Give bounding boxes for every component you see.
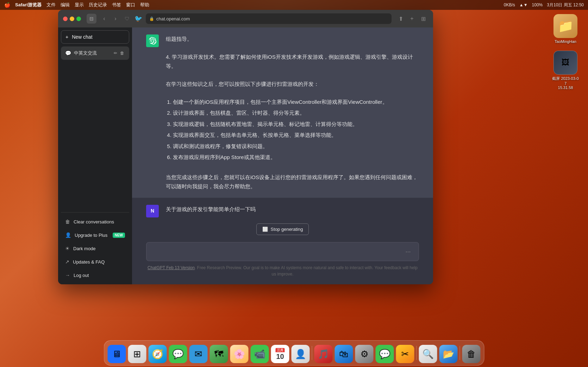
dock-icon-maps[interactable]: 🗺 [210,345,228,363]
twitter-icon: 🐦 [135,15,142,23]
shield-icon: 🛡 [125,16,130,21]
clock: 3月10日 周五 12:50 [547,2,584,8]
msg1-line1: 组题指导。 [166,34,419,44]
back-button[interactable]: ‹ [99,14,109,24]
desktop-icons: 📁 TaoMingHan 🖼 截屏 2023-03-0715.31.58 [551,14,580,90]
minimize-button[interactable] [70,17,74,21]
msg1-closing: 当您完成这些步骤之后，您就可以在iOS设备上运行您的扫雷游戏应用程序了。如果您遇… [166,173,419,191]
dock-icon-photos[interactable]: 🌸 [230,345,249,363]
stop-generating-bar: ⬜ Stop generating [132,220,433,239]
menu-window[interactable]: 窗口 [126,2,135,8]
desktop-icon-folder[interactable]: 📁 TaoMingHan [553,14,577,44]
dock-icon-music[interactable]: 🎵 [314,345,333,363]
logout-icon: → [65,272,70,278]
apple-menu[interactable]: 🍎 [4,2,10,8]
close-button[interactable] [63,17,68,21]
msg1-item3: 实现游戏逻辑，包括随机布置地雷、揭示单元格、标记地雷、计算得分等功能。 [173,120,419,129]
folder-icon-label: TaoMingHan [555,39,576,44]
more-options-button[interactable]: ··· [403,247,413,257]
menu-file[interactable]: 文件 [46,2,56,8]
upgrade-label: Upgrade to Plus [75,233,107,238]
dock-icon-messages[interactable]: 💬 [169,345,187,363]
dock-icon-contacts[interactable]: 👤 [292,345,310,363]
dock-icon-calendar[interactable]: 三月 10 [271,345,289,363]
browser-actions: ⬆ + ⊞ [396,14,428,24]
dock-icon-finder[interactable]: 🖥 [108,345,126,363]
conversation-list: 💬 中英文交流 ✏ 🗑 [61,46,129,212]
menu-history[interactable]: 历史记录 [89,2,107,8]
delete-conversation-button[interactable]: 🗑 [119,50,125,56]
traffic-lights [63,17,81,21]
msg1-item6: 发布游戏应用程序到App Store或其他渠道。 [173,153,419,162]
menubar-right: 0KB/s ▲▼ 100% 3月10日 周五 12:50 [504,2,584,8]
msg1-item1: 创建一个新的iOS应用程序项目，包括一个主界面ViewController和游戏… [173,97,419,107]
screenshot-icon-label: 截屏 2023-03-0715.31.58 [551,76,580,90]
assistant-message-1: 组题指导。 4. 学习游戏开发技术。您需要了解如何使用iOS开发技术来开发游戏，… [132,27,433,198]
msg1-line3: 在学习这些知识之后，您可以按照以下步骤进行扫雷游戏的开发： [166,80,419,89]
wifi-icon: ▲▼ [519,2,528,7]
menu-edit[interactable]: 编辑 [61,2,70,8]
dock: 🖥 ⊞ 🧭 💬 ✉ 🗺 🌸 📹 三月 10 👤 🎵 🛍 ⚙ 💬 ✂ 🔍 📂 🗑 [104,340,484,366]
menu-view[interactable]: 显示 [75,2,84,8]
screenshot-icon-img: 🖼 [553,51,577,75]
sidebar-toggle[interactable]: ⊟ [87,14,96,24]
new-chat-button[interactable]: + New chat [61,30,129,44]
msg1-list: 创建一个新的iOS应用程序项目，包括一个主界面ViewController和游戏… [166,97,419,162]
updates-icon: ↗ [65,259,69,265]
footer-link[interactable]: ChatGPT Feb 13 Version [148,265,195,270]
sidebar-bottom: 🗑 Clear conversations 👤 Upgrade to Plus … [61,212,129,281]
upgrade-icon: 👤 [65,232,71,238]
clear-icon: 🗑 [65,219,70,224]
dock-separator-2 [417,346,417,360]
dark-mode-item[interactable]: ☀ Dark mode [61,242,129,255]
menubar: 🍎 Safari游览器 文件 编辑 显示 历史记录 书签 窗口 帮助 0KB/s… [0,0,588,10]
chat-input[interactable] [152,248,400,256]
chat-item-actions: ✏ 🗑 [113,50,125,56]
user-message-1: N 关于游戏的开发引擎能简单介绍一下吗 [132,198,433,220]
chat-input-area: ··· ChatGPT Feb 13 Version. Free Researc… [132,239,433,284]
url-text: chat.openai.com [156,16,190,21]
tabs-button[interactable]: ⊞ [418,14,428,24]
dock-icon-clips[interactable]: ✂ [396,345,414,363]
dock-icon-trash[interactable]: 🗑 [462,345,481,363]
dock-icon-quicklook[interactable]: 🔍 [419,345,437,363]
user-msg-text: 关于游戏的开发引擎能简单介绍一下吗 [166,205,419,214]
user-message-1-content: 关于游戏的开发引擎能简单介绍一下吗 [166,205,419,214]
address-bar[interactable]: 🔒 chat.openai.com [146,13,392,24]
gpt-avatar-1 [146,34,159,47]
browser-window: ⊟ ‹ › 🛡 🐦 🔒 chat.openai.com ⬆ + ⊞ + New … [58,10,433,284]
clear-conversations-item[interactable]: 🗑 Clear conversations [61,215,129,228]
msg1-item4: 实现游戏界面交互，包括单击单元格、长按单元格、菜单选择等功能。 [173,131,419,140]
dock-icon-files[interactable]: 📂 [439,345,458,363]
maximize-button[interactable] [76,17,81,21]
battery: 100% [532,2,543,7]
dock-icon-safari[interactable]: 🧭 [149,345,167,363]
nav-buttons: ‹ › [99,14,120,24]
new-tab-button[interactable]: + [407,14,417,24]
conversation-item-1[interactable]: 💬 中英文交流 ✏ 🗑 [61,46,129,60]
menu-help[interactable]: 帮助 [140,2,149,8]
updates-faq-item[interactable]: ↗ Updates & FAQ [61,255,129,268]
app-name[interactable]: Safari游览器 [15,2,42,8]
msg1-line2: 4. 学习游戏开发技术。您需要了解如何使用iOS开发技术来开发游戏，例如游戏逻辑… [166,52,419,70]
dock-icon-appstore[interactable]: 🛍 [335,345,353,363]
new-chat-label: New chat [72,34,92,40]
upgrade-to-plus-item[interactable]: 👤 Upgrade to Plus NEW [61,229,129,241]
dark-mode-icon: ☀ [65,246,70,251]
dock-separator [312,346,312,360]
logout-label: Log out [74,273,89,278]
chat-messages: 组题指导。 4. 学习游戏开发技术。您需要了解如何使用iOS开发技术来开发游戏，… [132,27,433,220]
dock-icon-settings[interactable]: ⚙ [355,345,374,363]
desktop-icon-screenshot[interactable]: 🖼 截屏 2023-03-0715.31.58 [551,51,580,90]
menu-bookmarks[interactable]: 书签 [112,2,121,8]
share-button[interactable]: ⬆ [396,14,406,24]
dock-icon-mail[interactable]: ✉ [189,345,208,363]
stop-generating-button[interactable]: ⬜ Stop generating [256,223,309,235]
edit-conversation-button[interactable]: ✏ [113,50,118,56]
assistant-message-1-content: 组题指导。 4. 学习游戏开发技术。您需要了解如何使用iOS开发技术来开发游戏，… [166,34,419,191]
dock-icon-launchpad[interactable]: ⊞ [128,345,146,363]
dock-icon-wechat[interactable]: 💬 [376,345,394,363]
forward-button[interactable]: › [111,14,120,24]
log-out-item[interactable]: → Log out [61,269,129,281]
dock-icon-facetime[interactable]: 📹 [251,345,269,363]
